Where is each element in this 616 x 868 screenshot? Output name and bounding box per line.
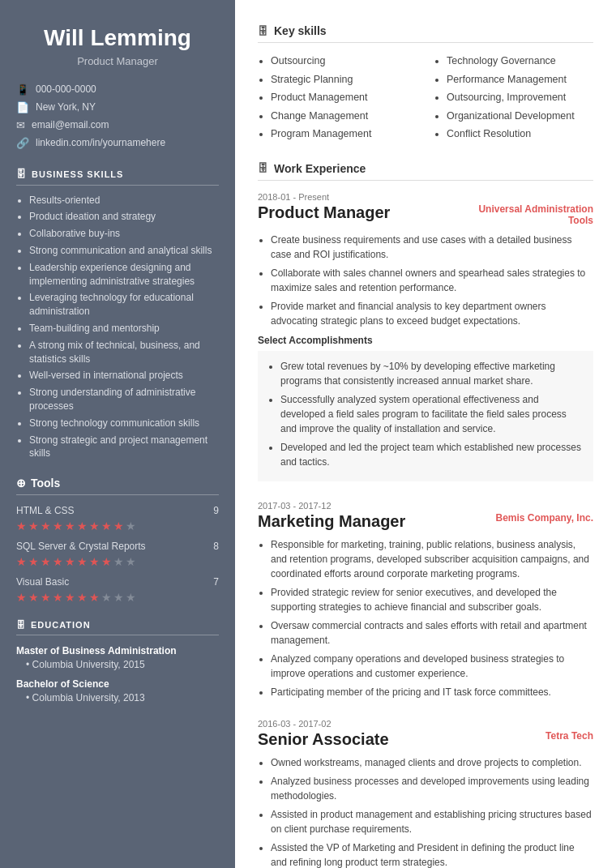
business-skill-item: Strong strategic and project management … (29, 434, 219, 461)
job-header: Product ManagerUniversal Administration … (258, 203, 593, 226)
tools-header: ⊕ Tools (16, 477, 219, 495)
job-bullet-item: Provide market and financial analysis to… (271, 299, 593, 328)
job-bullet-item: Responsible for marketing, training, pub… (271, 537, 593, 581)
briefcase-icon: 🗄 (16, 169, 27, 180)
accomplishment-item: Grew total revenues by ~10% by developin… (280, 359, 585, 388)
key-skill-item: Strategic Planning (271, 73, 417, 88)
job-date: 2016-03 - 2017-02 (258, 719, 593, 729)
edu-degree: Master of Business Administration (16, 645, 219, 656)
star-filled-icon: ★ (89, 591, 100, 604)
work-icon: 🗄 (258, 162, 268, 174)
jobs-list: 2018-01 - PresentProduct ManagerUniversa… (258, 192, 593, 869)
star-filled-icon: ★ (89, 520, 100, 532)
business-skill-item: Strong technology communication skills (29, 417, 219, 430)
key-skills-left-col: OutsourcingStrategic PlanningProduct Man… (258, 54, 417, 146)
star-filled-icon: ★ (28, 591, 39, 604)
job-entry: 2018-01 - PresentProduct ManagerUniversa… (258, 192, 593, 481)
contact-location: 📄 New York, NY (16, 101, 219, 113)
business-skill-item: A strong mix of technical, business, and… (29, 339, 219, 366)
key-skill-item: Change Management (271, 109, 417, 124)
star-filled-icon: ★ (89, 555, 100, 568)
tool-stars: ★★★★★★★★★★ (16, 591, 219, 604)
star-filled-icon: ★ (41, 520, 51, 532)
business-skills-list: Results-orientedProduct ideation and str… (16, 194, 219, 461)
key-skill-item: Outsourcing, Improvement (447, 91, 593, 105)
key-skills-right-list: Technology GovernancePerformance Managem… (434, 54, 593, 142)
star-empty-icon: ★ (101, 591, 112, 604)
star-empty-icon: ★ (113, 591, 124, 604)
star-filled-icon: ★ (16, 520, 27, 532)
business-skill-item: Strong understanding of administrative p… (29, 386, 219, 413)
job-header: Marketing ManagerBemis Company, Inc. (258, 512, 593, 531)
key-skill-item: Program Management (271, 127, 417, 142)
business-skill-item: Product ideation and strategy (29, 210, 219, 224)
star-filled-icon: ★ (65, 520, 75, 532)
resume: Will Lemming Product Manager 📱 000-000-0… (0, 0, 616, 868)
star-filled-icon: ★ (28, 555, 39, 568)
key-skill-item: Performance Management (447, 73, 593, 88)
key-skills-icon: 🗄 (258, 25, 268, 37)
tool-score: 9 (213, 505, 219, 516)
star-empty-icon: ★ (126, 591, 136, 604)
key-skills-right-col: Technology GovernancePerformance Managem… (434, 54, 593, 146)
star-filled-icon: ★ (113, 520, 124, 532)
key-skill-item: Conflict Resolution (447, 127, 593, 142)
tool-item: HTML & CSS9★★★★★★★★★★ (16, 505, 219, 532)
tool-item: SQL Server & Crystal Reports8★★★★★★★★★★ (16, 541, 219, 568)
job-company: Universal Administration Tools (464, 203, 593, 226)
key-skills-left-list: OutsourcingStrategic PlanningProduct Man… (258, 54, 417, 142)
business-skill-item: Results-oriented (29, 194, 219, 207)
job-entry: 2016-03 - 2017-02Senior AssociateTetra T… (258, 719, 593, 869)
star-filled-icon: ★ (65, 555, 75, 568)
tool-name: SQL Server & Crystal Reports (16, 541, 146, 552)
candidate-title: Product Manager (16, 55, 219, 67)
contact-linkedin: 🔗 linkedin.com/in/yournamehere (16, 137, 219, 149)
tools-icon: ⊕ (16, 477, 26, 490)
job-date: 2018-01 - Present (258, 192, 593, 202)
job-bullets: Responsible for marketing, training, pub… (258, 537, 593, 699)
star-filled-icon: ★ (16, 555, 27, 568)
key-skill-item: Outsourcing (271, 54, 417, 69)
key-skills-grid: OutsourcingStrategic PlanningProduct Man… (258, 54, 593, 146)
business-skill-item: Strong communication and analytical skil… (29, 244, 219, 258)
contact-email: ✉ email@email.com (16, 119, 219, 131)
job-bullet-item: Assisted in product management and estab… (271, 807, 593, 836)
business-skill-item: Well-versed in international projects (29, 369, 219, 383)
business-skills-header: 🗄 BUSINESS SKILLS (16, 169, 219, 186)
edu-degree: Bachelor of Science (16, 678, 219, 690)
star-filled-icon: ★ (101, 520, 112, 532)
edu-school: Columbia University, 2013 (16, 692, 219, 703)
tools-list: HTML & CSS9★★★★★★★★★★SQL Server & Crysta… (16, 505, 219, 604)
job-bullet-item: Assisted the VP of Marketing and Preside… (271, 840, 593, 869)
tool-item: Visual Basic7★★★★★★★★★★ (16, 576, 219, 604)
accomplishments-list: Grew total revenues by ~10% by developin… (258, 351, 593, 481)
key-skill-item: Organizational Development (447, 109, 593, 124)
tools-section: ⊕ Tools HTML & CSS9★★★★★★★★★★SQL Server … (16, 477, 219, 604)
accomplishment-item: Successfully analyzed system operational… (280, 392, 585, 436)
star-filled-icon: ★ (77, 591, 88, 604)
job-entry: 2017-03 - 2017-12Marketing ManagerBemis … (258, 501, 593, 699)
star-filled-icon: ★ (101, 555, 112, 568)
star-filled-icon: ★ (28, 520, 39, 532)
star-filled-icon: ★ (65, 591, 75, 604)
work-experience-header: 🗄 Work Experience (258, 162, 593, 181)
phone-icon: 📱 (16, 83, 29, 96)
business-skill-item: Leadership experience designing and impl… (29, 261, 219, 289)
star-filled-icon: ★ (77, 555, 88, 568)
business-skill-item: Collaborative buy-ins (29, 227, 219, 241)
job-company: Bemis Company, Inc. (496, 512, 593, 524)
job-bullets: Create business requirements and use cas… (258, 233, 593, 328)
job-date: 2017-03 - 2017-12 (258, 501, 593, 511)
email-icon: ✉ (16, 119, 25, 131)
contact-list: 📱 000-000-0000 📄 New York, NY ✉ email@em… (16, 83, 219, 149)
contact-phone: 📱 000-000-0000 (16, 83, 219, 96)
star-filled-icon: ★ (16, 591, 27, 604)
business-skill-item: Team-building and mentorship (29, 322, 219, 336)
candidate-name: Will Lemming (16, 24, 219, 52)
job-company: Tetra Tech (545, 730, 593, 742)
star-filled-icon: ★ (77, 520, 88, 532)
tool-stars: ★★★★★★★★★★ (16, 555, 219, 568)
location-icon: 📄 (16, 101, 29, 113)
accomplishment-item: Developed and led the project team which… (280, 440, 585, 469)
tool-name: HTML & CSS (16, 505, 75, 516)
